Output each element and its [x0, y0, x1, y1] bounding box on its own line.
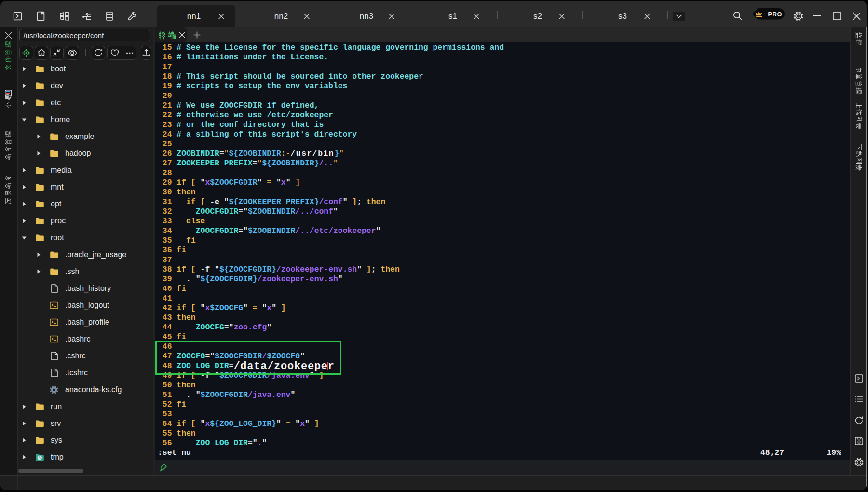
svg-text:PRO: PRO [768, 11, 783, 18]
